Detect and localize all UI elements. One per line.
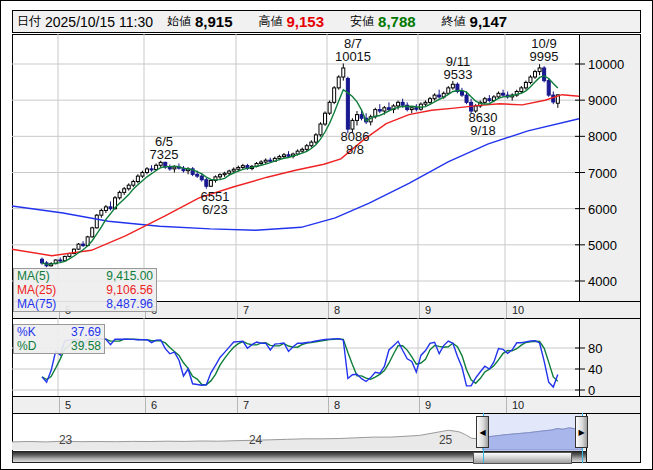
stochastic-tick-label: 0 [588,383,595,398]
legend-label: %D [17,339,36,353]
quote-header: 日付 2025/10/15 11:30 始値 8,915 高値 9,153 安値… [12,10,641,33]
stochastic-tick-label: 40 [588,362,602,377]
legend-value: 9,106.56 [106,283,153,297]
price-tick-label: 6000 [588,202,617,217]
legend-label: MA(25) [17,283,56,297]
month-label: 8 [334,399,340,411]
date-value: 2025/10/15 11:30 [45,14,153,30]
high-label: 高値 [259,13,283,30]
chart-annotation: 6/57325 [122,135,206,161]
date-label: 日付 [17,13,41,30]
close-label: 終値 [442,13,466,30]
month-label: 10 [512,304,524,316]
left-arrow-icon: ◀ [479,428,485,437]
month-tick [145,397,146,413]
price-tick-label: 10000 [588,57,624,72]
month-label: 8 [334,304,340,316]
annotation-line: 9/18 [441,124,525,137]
month-label: 7 [243,399,249,411]
month-tick [328,397,329,413]
legend-label: %K [17,325,36,339]
open-label: 始値 [167,13,191,30]
legend-row: MA(25)9,106.56 [17,283,153,297]
scrollbar-thumb[interactable] [473,452,572,464]
month-label: 9 [425,304,431,316]
horizontal-scrollbar[interactable] [12,451,587,463]
stochastic-axis[interactable]: 80400 [579,318,641,397]
legend-label: MA(5) [17,269,50,283]
price-tick-label: 8000 [588,129,617,144]
annotation-line: 9533 [416,68,500,81]
price-tick-label: 5000 [588,238,617,253]
nav-year-label: 23 [59,433,72,447]
stochastic-tick-label: 80 [588,341,602,356]
nav-year-label: 25 [439,433,452,447]
close-value: 9,147 [470,13,508,30]
month-label: 5 [65,399,71,411]
month-tick [237,302,238,318]
legend-row: %D39.58 [17,339,101,353]
chart-annotation: 10/99995 [502,37,586,63]
price-axis[interactable]: 10000900080007000600050004000 [579,34,641,302]
navigator-right-pad [586,413,641,463]
chart-annotation: 65516/23 [173,190,257,216]
stochastic-legend: %K37.69%D39.58 [13,324,105,354]
month-label: 9 [425,399,431,411]
month-tick [59,397,60,413]
month-tick [506,302,507,318]
open-value: 8,915 [195,13,233,30]
legend-label: MA(75) [17,297,56,311]
month-tick [419,397,420,413]
legend-value: 9,415.00 [106,269,153,283]
ma-legend: MA(5)9,415.00MA(25)9,106.56MA(75)8,487.9… [13,268,157,312]
legend-row: MA(5)9,415.00 [17,269,153,283]
stock-chart-window: 日付 2025/10/15 11:30 始値 8,915 高値 9,153 安値… [0,0,653,470]
chart-annotation: 80868/8 [313,130,397,156]
high-value: 9,153 [287,13,325,30]
month-tick [328,302,329,318]
legend-value: 39.58 [71,339,101,353]
month-label: 6 [151,399,157,411]
legend-row: %K37.69 [17,325,101,339]
month-label: 7 [243,304,249,316]
annotation-line: 7325 [122,148,206,161]
legend-value: 37.69 [71,325,101,339]
month-tick [506,397,507,413]
range-navigator[interactable]: 232425 [12,413,587,452]
annotation-line: 8/8 [313,143,397,156]
price-tick-label: 4000 [588,274,617,289]
x-axis-strip-stochastic[interactable]: 5678910 [12,396,641,414]
navigator-left-handle[interactable]: ◀ [476,416,489,448]
low-value: 8,788 [378,13,416,30]
price-tick-label: 9000 [588,93,617,108]
legend-row: MA(75)8,487.96 [17,297,153,311]
annotation-line: 6/23 [173,203,257,216]
low-label: 安値 [350,13,374,30]
nav-year-label: 24 [249,433,262,447]
month-tick [419,302,420,318]
navigator-right-handle[interactable]: ▶ [575,416,588,448]
chart-annotation: 9/119533 [416,55,500,81]
annotation-line: 9995 [502,50,586,63]
month-tick [237,397,238,413]
chart-annotation: 8/710015 [311,37,395,63]
right-arrow-icon: ▶ [578,428,584,437]
legend-value: 8,487.96 [106,297,153,311]
price-tick-label: 7000 [588,166,617,181]
chart-annotation: 86309/18 [441,111,525,137]
month-label: 10 [512,399,524,411]
annotation-line: 10015 [311,50,395,63]
